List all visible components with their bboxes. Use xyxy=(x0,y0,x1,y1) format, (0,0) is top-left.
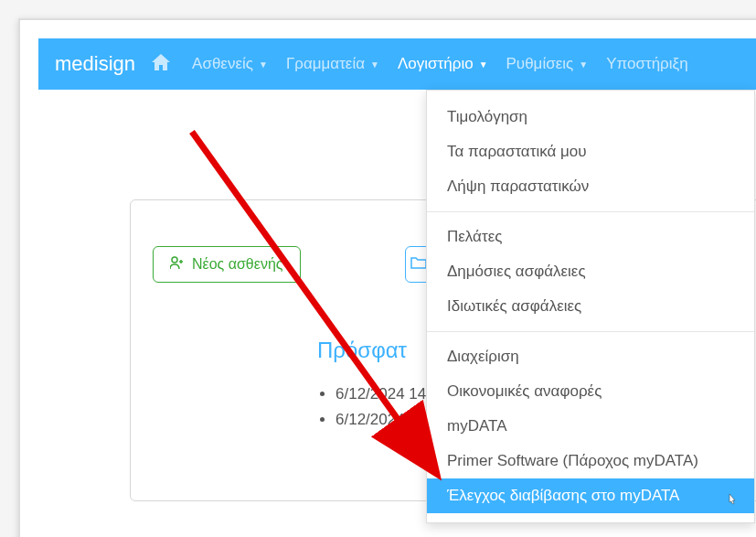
nav-label: Ρυθμίσεις xyxy=(506,55,574,73)
nav-label: Λογιστήριο xyxy=(398,55,474,73)
dropdown-divider xyxy=(427,331,754,332)
nav-accounting[interactable]: Λογιστήριο ▼ xyxy=(389,48,497,81)
brand-label: medisign xyxy=(55,52,135,76)
dropdown-item-primer[interactable]: Primer Software (Πάροχος myDATA) xyxy=(427,444,754,478)
button-label: Νέος ασθενής xyxy=(192,256,283,273)
dropdown-item-private-ins[interactable]: Ιδιωτικές ασφάλειες xyxy=(427,289,754,324)
dropdown-item-clients[interactable]: Πελάτες xyxy=(427,220,754,254)
dropdown-item-mydata-check[interactable]: Έλεγχος διαβίβασης στο myDATA xyxy=(427,478,754,513)
dropdown-item-public-ins[interactable]: Δημόσιες ασφάλειες xyxy=(427,254,754,289)
nav-patients[interactable]: Ασθενείς ▼ xyxy=(183,48,277,81)
accounting-dropdown: Τιμολόγηση Τα παραστατικά μου Λήψη παρασ… xyxy=(426,90,755,523)
dropdown-item-invoicing[interactable]: Τιμολόγηση xyxy=(427,100,754,134)
dropdown-item-mydata[interactable]: myDATA xyxy=(427,409,754,444)
dropdown-item-my-docs[interactable]: Τα παραστατικά μου xyxy=(427,134,754,169)
dropdown-item-receive-docs[interactable]: Λήψη παραστατικών xyxy=(427,169,754,204)
folder-icon xyxy=(410,256,427,273)
new-patient-button[interactable]: Νέος ασθενής xyxy=(153,246,301,283)
dropdown-item-label: Έλεγχος διαβίβασης στο myDATA xyxy=(447,487,679,504)
chevron-down-icon: ▼ xyxy=(479,59,488,70)
nav-settings[interactable]: Ρυθμίσεις ▼ xyxy=(497,48,598,81)
user-plus-icon xyxy=(170,256,185,273)
chevron-down-icon: ▼ xyxy=(579,59,588,70)
nav-label: Υποστήριξη xyxy=(606,55,687,73)
chevron-down-icon: ▼ xyxy=(259,59,268,70)
navbar: medisign Ασθενείς ▼ Γραμματεία ▼ Λογιστή… xyxy=(38,38,756,90)
chevron-down-icon: ▼ xyxy=(370,59,379,70)
nav-label: Γραμματεία xyxy=(286,55,365,73)
nav-label: Ασθενείς xyxy=(192,55,253,73)
home-icon[interactable] xyxy=(152,54,170,75)
nav-secretary[interactable]: Γραμματεία ▼ xyxy=(277,48,389,81)
svg-point-0 xyxy=(172,257,177,263)
dropdown-item-management[interactable]: Διαχείριση xyxy=(427,339,754,374)
dropdown-divider xyxy=(427,211,754,212)
dropdown-item-financial-reports[interactable]: Οικονομικές αναφορές xyxy=(427,374,754,409)
cursor-icon xyxy=(725,492,740,510)
nav-support[interactable]: Υποστήριξη xyxy=(597,48,697,81)
